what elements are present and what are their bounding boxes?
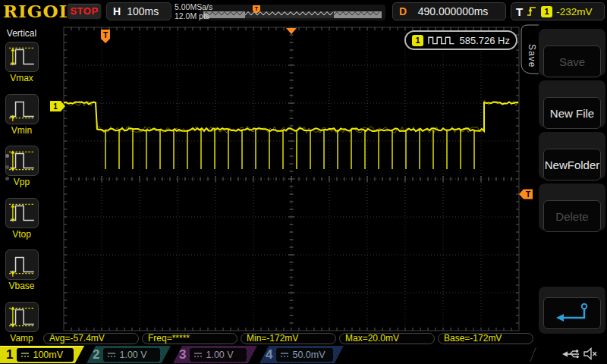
channel-status-bar: 1 100mV 2 1.00 V 3 1.00 V 4 50.0mV	[0, 345, 607, 364]
trigger-source-badge: 1	[541, 6, 552, 17]
trigger-box[interactable]: T 1 -232mV	[511, 2, 605, 20]
vmin-label: Vmin	[0, 125, 43, 136]
delay-value: 490.000000ms	[407, 5, 499, 17]
vamp-icon	[8, 304, 36, 330]
new-folder-button[interactable]: NewFolder	[543, 149, 601, 180]
vtop-label: Vtop	[0, 229, 43, 240]
vmax-label: Vmax	[0, 73, 43, 83]
measurement-base: Base=-172mV	[438, 333, 533, 344]
vamp-button[interactable]	[5, 302, 39, 332]
measurement-max: Max=20.0mV	[339, 333, 435, 344]
dc-coupling-icon	[107, 351, 116, 359]
memory-depth: 12.0M pts	[175, 11, 212, 20]
save-button[interactable]: Save	[543, 46, 601, 77]
vamp-label: Vamp	[0, 333, 43, 344]
acquisition-info: 5.00MSa/s 12.0M pts	[175, 2, 212, 20]
back-button[interactable]	[543, 297, 601, 329]
page-indicator-dot	[5, 177, 9, 180]
channel-1-status[interactable]: 1 100mV	[0, 346, 84, 363]
vertical-menu-title: Vertical	[0, 28, 43, 39]
run-stop-status[interactable]: STOP	[67, 3, 102, 20]
dc-coupling-icon	[20, 351, 30, 359]
measurement-avg: Avg=-57.4mV	[43, 333, 139, 344]
timebase-value: 100ms	[127, 5, 159, 17]
svg-text:T: T	[255, 6, 259, 11]
vtop-button[interactable]	[5, 198, 39, 228]
square-wave-icon	[428, 35, 455, 46]
vmin-button[interactable]	[5, 94, 39, 124]
waveform-display: T1TT	[0, 0, 607, 364]
measurement-min: Min=-172mV	[241, 333, 336, 344]
counter-frequency-value: 585.726 Hz	[460, 35, 511, 46]
trigger-label: T	[516, 5, 523, 18]
vpp-button[interactable]	[5, 146, 39, 176]
channel-4-scale: 50.0mV	[292, 350, 325, 360]
counter-source-badge: 1	[412, 35, 423, 46]
page-indicator-dot	[5, 154, 9, 158]
channel-3-scale: 1.00 V	[206, 350, 233, 360]
usb-icon	[561, 348, 581, 360]
dc-coupling-icon	[193, 351, 203, 359]
channel-4-number: 4	[266, 347, 272, 362]
vmax-button[interactable]	[5, 42, 39, 72]
oscilloscope-screen: T1TT RIGOL STOP H 100ms 5.00MSa/s 12.0M …	[0, 0, 607, 364]
save-menu-tab: Save	[524, 35, 537, 77]
channel-3-status[interactable]: 3 1.00 V	[173, 346, 257, 363]
vpp-icon	[8, 148, 36, 174]
rising-edge-icon	[527, 5, 537, 17]
delay-label: D	[399, 5, 407, 17]
dc-coupling-icon	[280, 351, 289, 359]
svg-text:T: T	[526, 190, 530, 199]
channel-2-status[interactable]: 2 1.00 V	[86, 346, 171, 363]
trigger-level-value: -232mV	[556, 6, 592, 17]
channel-4-status[interactable]: 4 50.0mV	[259, 346, 344, 363]
vmin-icon	[8, 96, 36, 122]
svg-text:1: 1	[53, 102, 58, 111]
delete-button[interactable]: Delete	[543, 200, 601, 232]
vbase-icon	[8, 252, 36, 278]
delay-box[interactable]: D 490.000000ms	[392, 2, 506, 20]
horizontal-timebase-box[interactable]: H 100ms	[106, 2, 171, 20]
channel-3-number: 3	[179, 347, 186, 362]
horizontal-label: H	[113, 5, 121, 17]
speaker-muted-icon	[583, 347, 598, 360]
frequency-counter-badge: 1 585.726 Hz	[404, 30, 517, 50]
vmax-icon	[8, 44, 36, 70]
page-indicator-dot	[5, 165, 9, 169]
new-file-button[interactable]: New File	[543, 97, 601, 129]
vtop-icon	[8, 200, 36, 226]
svg-text:T: T	[103, 31, 108, 39]
measurement-freq: Freq=*****	[142, 333, 237, 344]
channel-1-number: 1	[6, 347, 13, 362]
vbase-label: Vbase	[0, 281, 43, 291]
channel-1-scale: 100mV	[33, 350, 63, 360]
rigol-logo: RIGOL	[3, 1, 72, 21]
channel-2-number: 2	[93, 347, 99, 362]
channel-2-scale: 1.00 V	[119, 350, 146, 360]
vbase-button[interactable]	[5, 249, 39, 280]
sample-rate: 5.00MSa/s	[175, 2, 212, 11]
return-arrow-icon	[549, 301, 595, 325]
